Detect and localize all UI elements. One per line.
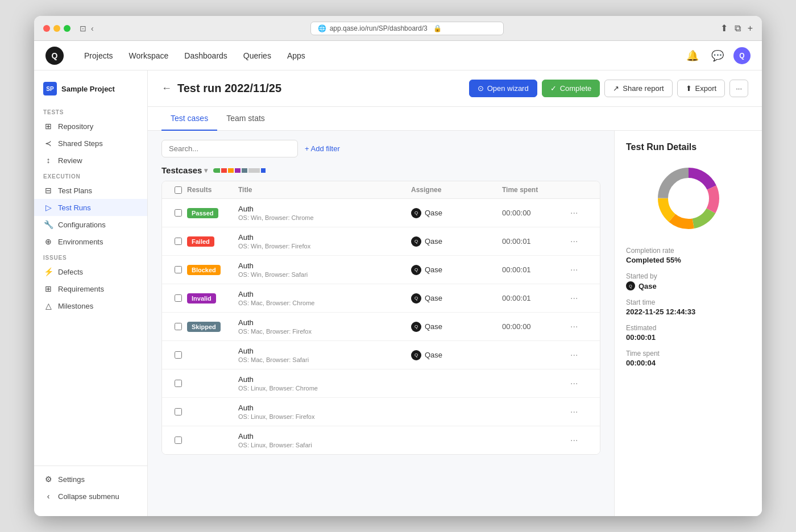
- title-cell: Auth OS: Mac, Browser: Chrome: [238, 290, 411, 306]
- table-row[interactable]: Passed Auth OS: Win, Browser: Chrome QQa…: [162, 199, 600, 227]
- row-more-button[interactable]: ···: [570, 208, 578, 218]
- sidebar-item-requirements[interactable]: ⊞ Requirements: [34, 280, 147, 297]
- project-icon: SP: [43, 82, 57, 95]
- sidebar-item-configurations[interactable]: 🔧 Configurations: [34, 216, 147, 233]
- sidebar-label-milestones: Milestones: [58, 302, 93, 310]
- notifications-icon[interactable]: 🔔: [683, 47, 702, 65]
- sidebar-toggle-icon[interactable]: ⊡: [80, 24, 86, 33]
- table-row[interactable]: Skipped Auth OS: Mac, Browser: Firefox Q…: [162, 313, 600, 341]
- open-wizard-button[interactable]: ⊙ Open wizard: [469, 80, 537, 97]
- chevron-down-icon[interactable]: ▾: [204, 167, 208, 174]
- table-row[interactable]: Blocked Auth OS: Win, Browser: Safari QQ…: [162, 256, 600, 284]
- donut-chart: [626, 161, 751, 235]
- minimize-button[interactable]: [53, 25, 60, 32]
- row-checkbox-5[interactable]: [175, 351, 182, 359]
- export-icon: ⬆: [686, 84, 692, 93]
- row-checkbox-0[interactable]: [175, 209, 182, 217]
- col-assignee: Assignee: [411, 186, 502, 194]
- lock-icon: 🔒: [433, 24, 442, 32]
- back-button[interactable]: ←: [161, 82, 172, 94]
- nav-workspace[interactable]: Workspace: [122, 48, 176, 64]
- select-all-checkbox[interactable]: [175, 186, 182, 194]
- row-checkbox-4[interactable]: [175, 323, 182, 330]
- share-icon[interactable]: ⬆: [720, 23, 728, 34]
- row-more-button[interactable]: ···: [570, 322, 578, 332]
- row-actions: ···: [570, 435, 593, 446]
- row-actions: ···: [570, 208, 593, 218]
- row-checkbox-6[interactable]: [175, 380, 182, 387]
- sidebar-item-environments[interactable]: ⊕ Environments: [34, 233, 147, 250]
- row-actions: ···: [570, 407, 593, 417]
- assignee-name: Qase: [425, 237, 442, 246]
- close-button[interactable]: [43, 25, 50, 32]
- sidebar-label-settings: Settings: [58, 475, 85, 484]
- export-button[interactable]: ⬆ Export: [677, 80, 725, 97]
- row-checkbox-cell: [169, 351, 187, 359]
- more-button[interactable]: ···: [729, 80, 748, 97]
- tab-team-stats[interactable]: Team stats: [217, 107, 274, 131]
- table-row[interactable]: Failed Auth OS: Win, Browser: Firefox QQ…: [162, 227, 600, 256]
- sidebar-item-collapse[interactable]: ‹ Collapse submenu: [34, 488, 147, 505]
- time-spent-row: Time spent 00:00:04: [626, 350, 751, 367]
- traffic-lights: [43, 25, 71, 32]
- url-bar[interactable]: 🌐 app.qase.io/run/SP/dashboard/3 🔒: [310, 22, 504, 35]
- row-checkbox-3[interactable]: [175, 294, 182, 302]
- row-checkbox-1[interactable]: [175, 238, 182, 245]
- sidebar-item-review[interactable]: ↕ Review: [34, 152, 147, 169]
- sidebar-item-test-plans[interactable]: ⊟ Test Plans: [34, 182, 147, 199]
- assignee-icon: Q: [411, 322, 421, 332]
- sidebar-item-repository[interactable]: ⊞ Repository: [34, 118, 147, 135]
- row-more-button[interactable]: ···: [570, 236, 578, 247]
- search-input[interactable]: [161, 140, 298, 157]
- sidebar-item-settings[interactable]: ⚙ Settings: [34, 471, 147, 488]
- tab-test-cases[interactable]: Test cases: [161, 107, 217, 131]
- nav-queries[interactable]: Queries: [237, 48, 278, 64]
- sidebar-item-test-runs[interactable]: ▷ Test Runs: [34, 199, 147, 216]
- row-checkbox-8[interactable]: [175, 437, 182, 444]
- sidebar-label-review: Review: [58, 156, 82, 165]
- back-nav-icon[interactable]: ‹: [91, 24, 94, 33]
- new-tab-icon[interactable]: ⧉: [735, 23, 741, 34]
- row-more-button[interactable]: ···: [570, 350, 578, 360]
- table-row[interactable]: Auth OS: Linux, Browser: Safari ···: [162, 426, 600, 454]
- header-checkbox-cell: [169, 186, 187, 194]
- complete-button[interactable]: ✓ Complete: [542, 80, 600, 97]
- collapse-icon: ‹: [43, 492, 53, 501]
- table-row[interactable]: Auth OS: Mac, Browser: Safari QQase ···: [162, 341, 600, 369]
- sidebar-item-defects[interactable]: ⚡ Defects: [34, 263, 147, 280]
- nav-projects[interactable]: Projects: [77, 48, 120, 64]
- row-more-button[interactable]: ···: [570, 379, 578, 389]
- nav-apps[interactable]: Apps: [280, 48, 312, 64]
- share-report-button[interactable]: ↗ Share report: [604, 80, 672, 97]
- row-more-button[interactable]: ···: [570, 293, 578, 304]
- app-window: ⊡ ‹ 🌐 app.qase.io/run/SP/dashboard/3 🔒 ⬆…: [34, 16, 762, 516]
- row-more-button[interactable]: ···: [570, 265, 578, 275]
- repository-icon: ⊞: [43, 122, 53, 131]
- table-row[interactable]: Auth OS: Linux, Browser: Firefox ···: [162, 398, 600, 426]
- nav-dashboards[interactable]: Dashboards: [177, 48, 234, 64]
- assignee-name: Qase: [425, 209, 442, 217]
- title-cell: Auth OS: Linux, Browser: Safari: [238, 432, 411, 448]
- sidebar-item-milestones[interactable]: △ Milestones: [34, 297, 147, 314]
- time-spent-label: Time spent: [626, 350, 751, 358]
- sidebar-label-shared-steps: Shared Steps: [58, 139, 103, 148]
- row-more-button[interactable]: ···: [570, 407, 578, 417]
- row-checkbox-2[interactable]: [175, 266, 182, 273]
- add-filter-button[interactable]: + Add filter: [305, 144, 340, 153]
- share-icon-btn: ↗: [613, 84, 619, 93]
- row-checkbox-7[interactable]: [175, 408, 182, 415]
- maximize-button[interactable]: [64, 25, 71, 32]
- table-row[interactable]: Invalid Auth OS: Mac, Browser: Chrome QQ…: [162, 284, 600, 313]
- messages-icon[interactable]: 💬: [708, 47, 727, 65]
- row-more-button[interactable]: ···: [570, 435, 578, 446]
- user-avatar[interactable]: Q: [733, 47, 751, 64]
- status-badge: Blocked: [187, 265, 221, 275]
- assignee-name: Qase: [425, 322, 442, 331]
- title-cell: Auth OS: Mac, Browser: Firefox: [238, 318, 411, 335]
- add-tab-icon[interactable]: +: [748, 23, 753, 34]
- row-subtitle: OS: Win, Browser: Safari: [238, 271, 411, 278]
- table-row[interactable]: Auth OS: Linux, Browser: Chrome ···: [162, 369, 600, 398]
- project-name: Sample Project: [61, 85, 115, 93]
- sidebar-item-shared-steps[interactable]: ≺ Shared Steps: [34, 135, 147, 152]
- row-subtitle: OS: Linux, Browser: Safari: [238, 442, 411, 448]
